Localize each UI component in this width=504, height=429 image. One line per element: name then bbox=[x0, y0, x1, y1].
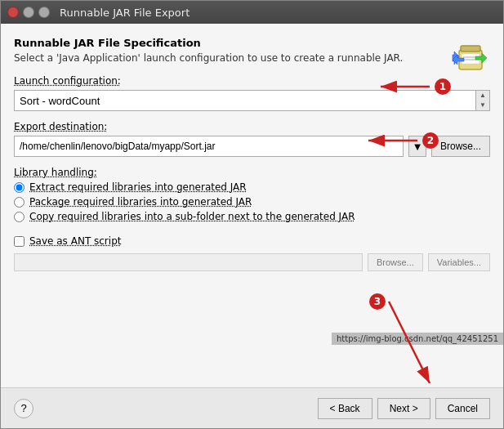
browse-button[interactable]: Browse... bbox=[431, 136, 490, 157]
export-dest-row: ▼ Browse... bbox=[14, 136, 490, 157]
minimize-button[interactable] bbox=[23, 7, 34, 18]
launch-config-spinner[interactable]: ▲ ▼ bbox=[476, 90, 490, 111]
library-option-3: Copy required libraries into a sub-folde… bbox=[14, 211, 490, 222]
spinner-down[interactable]: ▼ bbox=[476, 101, 489, 110]
library-label-3[interactable]: Copy required libraries into a sub-folde… bbox=[29, 211, 355, 222]
save-as-ant-label[interactable]: Save as ANT script bbox=[29, 235, 121, 247]
launch-config-input[interactable] bbox=[14, 90, 476, 111]
titlebar: Runnable JAR File Export bbox=[1, 1, 503, 24]
svg-point-18 bbox=[369, 293, 386, 310]
library-handling-section: Library handling: Extract required libra… bbox=[14, 167, 490, 226]
save-as-ant-checkbox[interactable] bbox=[14, 236, 25, 247]
svg-rect-1 bbox=[461, 46, 480, 51]
ant-path-row: Browse... Variables... bbox=[14, 253, 490, 271]
footer-left: ? bbox=[14, 399, 33, 418]
help-button[interactable]: ? bbox=[14, 399, 33, 418]
close-button[interactable] bbox=[7, 7, 19, 18]
library-handling-label: Library handling: bbox=[14, 167, 490, 178]
save-as-ant-row: Save as ANT script bbox=[14, 235, 490, 247]
annotation-3-svg: 3 bbox=[299, 293, 462, 400]
watermark: https://img-blog.csdn.net/qq_42451251 bbox=[332, 333, 503, 345]
section-description: Select a 'Java Application' launch confi… bbox=[14, 52, 490, 64]
export-dest-label: Export destination: bbox=[14, 121, 490, 132]
export-dest-input[interactable] bbox=[14, 136, 404, 157]
titlebar-buttons bbox=[7, 7, 50, 18]
footer-right: < Back Next > Cancel bbox=[318, 398, 490, 419]
main-window: Runnable JAR File Export Runnable JAR bbox=[0, 0, 504, 429]
library-radio-1[interactable] bbox=[14, 182, 25, 193]
content-area: Runnable JAR File Specification Select a… bbox=[1, 24, 503, 387]
library-radio-2[interactable] bbox=[14, 197, 25, 208]
library-option-2: Package required libraries into generate… bbox=[14, 196, 490, 208]
library-radio-3[interactable] bbox=[14, 212, 25, 222]
export-dest-dropdown[interactable]: ▼ bbox=[408, 136, 426, 157]
launch-config-label: Launch configuration: bbox=[14, 75, 490, 87]
maximize-button[interactable] bbox=[38, 7, 50, 18]
dropdown-arrow-icon: ▼ bbox=[414, 142, 421, 151]
window-title: Runnable JAR File Export bbox=[60, 7, 190, 19]
section-title: Runnable JAR File Specification bbox=[14, 37, 490, 49]
spinner-up[interactable]: ▲ bbox=[476, 91, 489, 101]
back-button[interactable]: < Back bbox=[318, 398, 372, 419]
library-label-1[interactable]: Extract required libraries into generate… bbox=[29, 181, 247, 193]
svg-text:3: 3 bbox=[374, 296, 381, 307]
launch-config-row: ▲ ▼ bbox=[14, 90, 490, 111]
ant-browse-button[interactable]: Browse... bbox=[368, 253, 423, 271]
ant-variables-button[interactable]: Variables... bbox=[428, 253, 490, 271]
library-option-1: Extract required libraries into generate… bbox=[14, 181, 490, 193]
footer: ? < Back Next > Cancel bbox=[1, 387, 503, 428]
next-button[interactable]: Next > bbox=[377, 398, 430, 419]
library-label-2[interactable]: Package required libraries into generate… bbox=[29, 196, 252, 208]
jar-icon bbox=[451, 35, 490, 74]
ant-path-input[interactable] bbox=[14, 253, 363, 271]
cancel-button[interactable]: Cancel bbox=[435, 398, 490, 419]
